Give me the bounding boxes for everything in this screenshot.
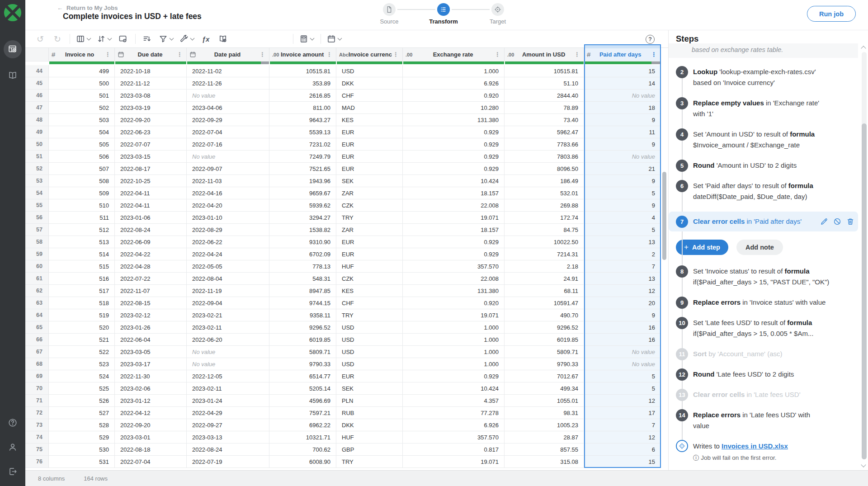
row-number-cell[interactable]: 49 bbox=[25, 126, 49, 138]
panel-scrollbar[interactable] bbox=[862, 52, 867, 459]
cell-date-paid[interactable]: 2022-11-03 bbox=[187, 175, 269, 187]
cell-invoice-amount[interactable]: 7521.65 bbox=[269, 163, 336, 175]
cell-paid-after-days[interactable]: 6 bbox=[584, 444, 661, 456]
cell-invoice-no[interactable]: 502 bbox=[49, 102, 115, 114]
column-header-invoice-amount[interactable]: .00Invoice amount⋮ bbox=[269, 48, 336, 61]
step-4[interactable]: 4Set 'Amount in USD' to result of formul… bbox=[669, 129, 858, 151]
cell-exchange-rate[interactable]: 131.380 bbox=[403, 285, 505, 297]
row-number-cell[interactable]: 70 bbox=[25, 382, 49, 395]
row-number-cell[interactable]: 51 bbox=[25, 151, 49, 163]
cell-exchange-rate[interactable]: 357.570 bbox=[403, 260, 505, 273]
cell-amount-in-usd[interactable]: 24.91 bbox=[505, 273, 584, 285]
cell-exchange-rate[interactable]: 1.000 bbox=[403, 346, 505, 358]
cell-due-date[interactable]: 2022-08-24 bbox=[115, 224, 187, 236]
step-2[interactable]: 2Lookup 'lookup-example-exch-rates.csv'b… bbox=[669, 66, 858, 88]
cell-date-paid[interactable]: 2022-04-20 bbox=[187, 199, 269, 212]
column-header-date-paid[interactable]: Date paid⋮ bbox=[187, 48, 269, 61]
toolbar-sort-rows-button[interactable] bbox=[95, 32, 113, 46]
cell-invoice-currency[interactable]: ZAR bbox=[336, 224, 403, 236]
cell-date-paid[interactable]: 2022-09-29 bbox=[187, 114, 269, 126]
row-number-cell[interactable]: 75 bbox=[25, 444, 49, 456]
cell-due-date[interactable]: 2022-04-12 bbox=[115, 407, 187, 419]
cell-invoice-currency[interactable]: SEK bbox=[336, 175, 403, 187]
cell-exchange-rate[interactable]: 1.000 bbox=[403, 321, 505, 334]
cell-invoice-no[interactable]: 503 bbox=[49, 114, 115, 126]
cell-invoice-amount[interactable]: 7249.79 bbox=[269, 151, 336, 163]
column-menu-icon[interactable]: ⋮ bbox=[176, 51, 184, 58]
step-3[interactable]: 3Replace empty values in 'Exchange rate'… bbox=[669, 98, 858, 119]
cell-invoice-currency[interactable]: KES bbox=[336, 285, 403, 297]
cell-exchange-rate[interactable]: 18.157 bbox=[403, 224, 505, 236]
cell-amount-in-usd[interactable]: 9790.33 bbox=[505, 358, 584, 370]
step-5[interactable]: 5Round 'Amount in USD' to 2 digits bbox=[669, 160, 858, 171]
cell-exchange-rate[interactable]: 10.424 bbox=[403, 175, 505, 187]
row-number-cell[interactable]: 74 bbox=[25, 431, 49, 444]
cell-invoice-amount[interactable]: 6962.22 bbox=[269, 419, 336, 431]
cell-date-paid[interactable]: 2023-03-13 bbox=[187, 431, 269, 444]
row-number-cell[interactable]: 73 bbox=[25, 419, 49, 431]
cell-paid-after-days[interactable]: 18 bbox=[584, 102, 661, 114]
cell-date-paid[interactable]: 2023-01-10 bbox=[187, 212, 269, 224]
cell-paid-after-days[interactable]: 14 bbox=[584, 77, 661, 90]
row-number-cell[interactable]: 76 bbox=[25, 456, 49, 468]
cell-invoice-currency[interactable]: EUR bbox=[336, 151, 403, 163]
app-logo-clover-icon[interactable] bbox=[3, 3, 22, 22]
cell-invoice-currency[interactable]: PLN bbox=[336, 395, 403, 407]
column-header-invoice-currency[interactable]: AbcInvoice currency⋮ bbox=[336, 48, 403, 61]
row-number-cell[interactable]: 45 bbox=[25, 77, 49, 90]
cell-invoice-currency[interactable]: USD bbox=[336, 358, 403, 370]
cell-date-paid[interactable]: 2023-02-11 bbox=[187, 382, 269, 395]
cell-invoice-amount[interactable]: 9643.27 bbox=[269, 114, 336, 126]
cell-date-paid[interactable]: 2023-04-06 bbox=[187, 102, 269, 114]
cell-paid-after-days[interactable]: No value bbox=[584, 151, 661, 163]
step-11[interactable]: 11Sort by 'Account_name' (asc) bbox=[669, 349, 858, 359]
cell-invoice-no[interactable]: 529 bbox=[49, 431, 115, 444]
cell-amount-in-usd[interactable]: 10591.47 bbox=[505, 297, 584, 309]
cell-amount-in-usd[interactable]: 9296.52 bbox=[505, 321, 584, 334]
cell-invoice-currency[interactable]: CHF bbox=[336, 297, 403, 309]
cell-exchange-rate[interactable]: 0.929 bbox=[403, 248, 505, 260]
cell-amount-in-usd[interactable]: 68.11 bbox=[505, 285, 584, 297]
row-number-cell[interactable]: 55 bbox=[25, 199, 49, 212]
cell-invoice-no[interactable]: 525 bbox=[49, 382, 115, 395]
toolbar-lookup-book-button[interactable] bbox=[216, 32, 230, 46]
cell-date-paid[interactable]: 2022-11-19 bbox=[187, 285, 269, 297]
cell-date-paid[interactable]: 2022-07-04 bbox=[187, 126, 269, 138]
cell-exchange-rate[interactable]: 1.000 bbox=[403, 65, 505, 77]
step-7[interactable]: 7Clear error cells in 'Paid after days' bbox=[669, 212, 858, 231]
cell-invoice-no[interactable]: 511 bbox=[49, 212, 115, 224]
cell-invoice-amount[interactable]: 353.89 bbox=[269, 77, 336, 90]
cell-date-paid[interactable]: 2022-06-22 bbox=[187, 236, 269, 248]
cell-amount-in-usd[interactable]: 490.70 bbox=[505, 309, 584, 321]
cell-exchange-rate[interactable]: 0.929 bbox=[403, 138, 505, 151]
cell-exchange-rate[interactable]: 22.008 bbox=[403, 273, 505, 285]
step-13[interactable]: 13Clear error cells in 'Late fees USD' bbox=[669, 389, 858, 400]
cell-invoice-currency[interactable]: CHF bbox=[336, 90, 403, 102]
cell-invoice-amount[interactable]: 1943.96 bbox=[269, 175, 336, 187]
cell-exchange-rate[interactable]: 4.357 bbox=[403, 395, 505, 407]
column-header-exchange-rate[interactable]: .00Exchange rate⋮ bbox=[403, 48, 505, 61]
toolbar-filter-button[interactable] bbox=[157, 32, 175, 46]
cell-exchange-rate[interactable]: 10.424 bbox=[403, 382, 505, 395]
help-button[interactable]: ? bbox=[646, 35, 655, 44]
cell-amount-in-usd[interactable]: 10515.81 bbox=[505, 65, 584, 77]
cell-amount-in-usd[interactable]: 73.40 bbox=[505, 114, 584, 126]
cell-invoice-no[interactable]: 505 bbox=[49, 138, 115, 151]
toolbar-undo-button[interactable]: ↺ bbox=[33, 32, 47, 46]
cell-date-paid[interactable]: 2022-08-04 bbox=[187, 273, 269, 285]
edit-step-icon[interactable] bbox=[820, 217, 828, 226]
cell-exchange-rate[interactable]: 0.929 bbox=[403, 370, 505, 382]
cell-amount-in-usd[interactable]: 1005.23 bbox=[505, 419, 584, 431]
cell-invoice-amount[interactable]: 6514.77 bbox=[269, 370, 336, 382]
cell-amount-in-usd[interactable]: 10022.50 bbox=[505, 236, 584, 248]
cell-exchange-rate[interactable]: 77.278 bbox=[403, 407, 505, 419]
cell-invoice-currency[interactable]: EUR bbox=[336, 163, 403, 175]
sidebar-item-help-circle[interactable] bbox=[4, 414, 22, 432]
cell-invoice-amount[interactable]: 548.31 bbox=[269, 273, 336, 285]
cell-date-paid[interactable]: No value bbox=[187, 90, 269, 102]
row-number-cell[interactable]: 62 bbox=[25, 285, 49, 297]
cell-invoice-currency[interactable]: ZAR bbox=[336, 187, 403, 199]
cell-due-date[interactable]: 2022-06-23 bbox=[115, 126, 187, 138]
cell-amount-in-usd[interactable]: 78.89 bbox=[505, 102, 584, 114]
row-number-cell[interactable]: 57 bbox=[25, 224, 49, 236]
